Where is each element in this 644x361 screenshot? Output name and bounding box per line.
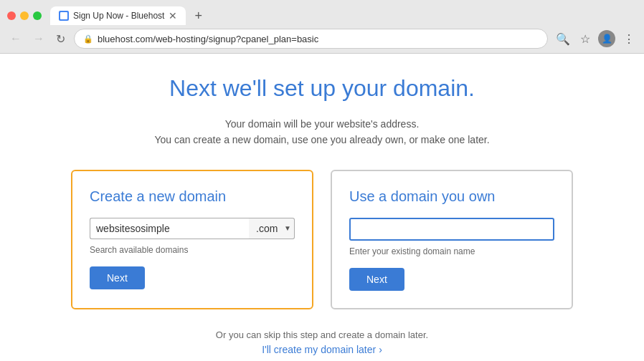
skip-section: Or you can skip this step and create a d… (216, 329, 428, 356)
subtitle-line1: Your domain will be your website's addre… (154, 116, 489, 132)
new-domain-hint: Search available domains (90, 245, 295, 255)
search-icon[interactable]: 🔍 (554, 30, 572, 48)
tab-title: Sign Up Now - Bluehost (73, 11, 164, 21)
existing-domain-input[interactable] (349, 218, 554, 241)
page-content: Next we'll set up your domain. Your doma… (0, 54, 644, 361)
address-text: bluehost.com/web-hosting/signup?cpanel_p… (98, 34, 539, 44)
tld-select[interactable]: .com .net .org .info (252, 218, 291, 239)
window-controls (7, 11, 42, 20)
page-title: Next we'll set up your domain. (169, 75, 475, 102)
minimize-dot[interactable] (20, 11, 29, 20)
refresh-button[interactable]: ↻ (53, 31, 68, 47)
existing-domain-card-title: Use a domain you own (349, 188, 554, 205)
address-bar-row: ← → ↻ 🔒 bluehost.com/web-hosting/signup?… (0, 26, 644, 53)
skip-link-label: I'll create my domain later (262, 344, 376, 355)
bookmark-icon[interactable]: ☆ (578, 30, 592, 48)
skip-link[interactable]: I'll create my domain later › (262, 344, 382, 355)
subtitle-line2: You can create a new domain, use one you… (154, 132, 489, 148)
title-bar: Sign Up Now - Bluehost ✕ + (0, 0, 644, 26)
skip-chevron-icon: › (379, 344, 382, 355)
domain-name-input[interactable] (90, 218, 249, 239)
close-dot[interactable] (7, 11, 16, 20)
fullscreen-dot[interactable] (33, 11, 42, 20)
menu-icon[interactable]: ⋮ (621, 30, 637, 48)
address-bar[interactable]: 🔒 bluehost.com/web-hosting/signup?cpanel… (74, 29, 548, 49)
active-tab[interactable]: Sign Up Now - Bluehost ✕ (50, 6, 186, 25)
existing-domain-hint: Enter your existing domain name (349, 246, 554, 256)
back-button[interactable]: ← (7, 31, 24, 47)
lock-icon: 🔒 (83, 34, 93, 44)
tab-close-button[interactable]: ✕ (169, 10, 177, 21)
forward-button[interactable]: → (30, 31, 47, 47)
new-domain-card-title: Create a new domain (90, 188, 295, 205)
new-tab-button[interactable]: + (190, 7, 207, 25)
tab-bar: Sign Up Now - Bluehost ✕ + (50, 6, 637, 25)
new-domain-card: Create a new domain .com .net .org .info… (71, 170, 313, 309)
existing-domain-next-button[interactable]: Next (349, 268, 404, 291)
cards-row: Create a new domain .com .net .org .info… (71, 170, 573, 309)
tab-favicon (59, 11, 69, 21)
page-subtitle: Your domain will be your website's addre… (154, 116, 489, 148)
new-domain-next-button[interactable]: Next (90, 266, 145, 289)
browser-chrome: Sign Up Now - Bluehost ✕ + ← → ↻ 🔒 blueh… (0, 0, 644, 54)
domain-input-row: .com .net .org .info ▼ (90, 218, 295, 239)
skip-text: Or you can skip this step and create a d… (216, 329, 428, 340)
svg-rect-0 (60, 12, 67, 19)
avatar[interactable]: 👤 (598, 30, 615, 47)
toolbar-right: 🔍 ☆ 👤 ⋮ (554, 30, 637, 48)
existing-domain-card: Use a domain you own Enter your existing… (331, 170, 573, 309)
tld-select-wrapper: .com .net .org .info ▼ (249, 218, 295, 239)
